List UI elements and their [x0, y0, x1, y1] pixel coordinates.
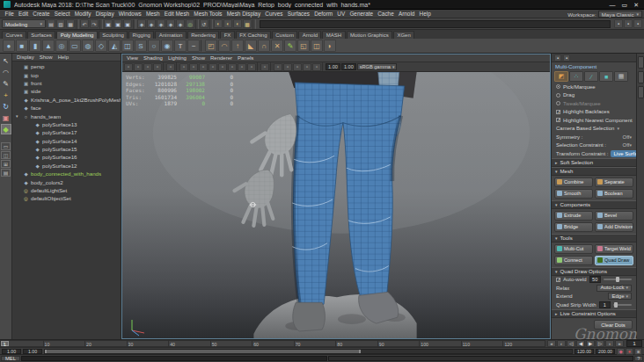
outliner-item[interactable]: body_colors2: [12, 177, 121, 185]
sidebar-toggle-icon[interactable]: [624, 19, 633, 28]
outliner-item[interactable]: side: [12, 87, 121, 95]
outliner-item[interactable]: polySurface15: [12, 145, 121, 153]
shelf-tab[interactable]: Poly Modeling: [56, 31, 97, 39]
playback-button[interactable]: [615, 340, 624, 347]
tool-button[interactable]: [1, 124, 11, 134]
keying-icon[interactable]: [626, 348, 633, 355]
frame-tick[interactable]: 30: [127, 341, 169, 346]
outliner-item[interactable]: defaultLightSet: [12, 186, 121, 194]
shelf-tab[interactable]: Curves: [2, 31, 26, 39]
outliner-item[interactable]: face: [12, 104, 121, 112]
menu-item[interactable]: Mesh Display: [224, 11, 263, 17]
current-frame-field[interactable]: 1: [626, 340, 642, 347]
tool-button[interactable]: [1, 55, 11, 66]
quick-input-field[interactable]: [260, 20, 611, 28]
frame-tick[interactable]: 40: [168, 341, 210, 346]
components-section[interactable]: Components: [552, 200, 636, 209]
exposure-field[interactable]: 1.00: [326, 63, 340, 70]
command-input[interactable]: [21, 356, 327, 361]
viewport-toolbar-icon[interactable]: [179, 63, 188, 71]
status-icon[interactable]: [209, 19, 213, 29]
menu-item[interactable]: Generate: [348, 11, 376, 17]
shelf-icon[interactable]: [161, 40, 173, 52]
status-icon[interactable]: [137, 19, 146, 28]
viewport-toolbar-icon[interactable]: [143, 63, 152, 71]
colorspace-dropdown[interactable]: sRGB gamma: [357, 63, 398, 70]
mesh-button[interactable]: Boolean: [595, 189, 633, 199]
selection-constraint-value[interactable]: Off: [623, 142, 632, 148]
status-icon[interactable]: [200, 19, 209, 28]
viewport-toolbar-icon[interactable]: [322, 62, 325, 71]
shelf-icon[interactable]: [95, 40, 107, 52]
sidebar-toggle-icon[interactable]: [614, 19, 623, 28]
shelf-tab[interactable]: XGen: [393, 31, 414, 39]
shelf-icon[interactable]: [187, 40, 200, 52]
viewport-3d-view[interactable]: [122, 72, 550, 338]
viewport-toolbar-icon[interactable]: [312, 63, 321, 71]
checkbox-icon[interactable]: [556, 118, 560, 122]
tool-button[interactable]: [1, 78, 11, 89]
menu-item[interactable]: Mesh Tools: [192, 11, 224, 17]
tool-button[interactable]: [1, 112, 11, 123]
quad-strip-width-row[interactable]: Quad Strip Width 1: [552, 300, 636, 309]
auto-weld-field[interactable]: 50: [589, 276, 601, 283]
component-mode-icon[interactable]: [584, 71, 598, 82]
status-icon[interactable]: [80, 19, 89, 28]
status-icon[interactable]: [157, 19, 165, 28]
gamma-field[interactable]: 1.00: [341, 63, 356, 70]
expand-arrow-icon[interactable]: [16, 113, 21, 119]
viewport-toolbar-icon[interactable]: [153, 63, 162, 71]
layout-button[interactable]: [1, 169, 11, 177]
keying-icon[interactable]: [617, 348, 625, 355]
shelf-icon[interactable]: [231, 40, 244, 52]
outliner-item[interactable]: hands_team: [12, 112, 121, 119]
shelf-tab[interactable]: Rigging: [128, 31, 154, 39]
status-icon[interactable]: [133, 19, 136, 29]
outliner-item[interactable]: polySurface16: [12, 153, 121, 161]
status-icon[interactable]: [214, 19, 223, 28]
camera-based-selection[interactable]: Camera Based Selection: [552, 125, 636, 134]
playback-start-field[interactable]: 1.00: [23, 349, 42, 354]
quad-strip-width-slider[interactable]: [613, 304, 632, 306]
extend-row[interactable]: Extend Edge: [552, 293, 636, 301]
outliner-item[interactable]: top: [12, 70, 121, 78]
layout-button[interactable]: [1, 142, 11, 150]
shelf-icon[interactable]: [297, 40, 310, 52]
shelf-icon[interactable]: [82, 40, 94, 52]
shelf-tab[interactable]: Rendering: [187, 31, 219, 39]
radio-icon[interactable]: [556, 93, 560, 98]
viewport-toolbar-icon[interactable]: [228, 63, 237, 71]
frame-tick[interactable]: 60: [252, 341, 294, 346]
status-icon[interactable]: [186, 19, 194, 28]
menu-item[interactable]: Arnold: [396, 11, 417, 17]
shelf-tab[interactable]: Arnold: [298, 31, 321, 39]
radio-icon[interactable]: [556, 84, 560, 89]
tool-button[interactable]: Quad Draw: [595, 256, 633, 265]
status-icon[interactable]: [123, 19, 132, 28]
shelf-tab[interactable]: MASH: [322, 31, 345, 39]
component-mode-icon[interactable]: [614, 71, 628, 82]
status-icon[interactable]: [176, 19, 185, 28]
playback-button[interactable]: [605, 340, 614, 347]
playback-button[interactable]: [596, 340, 604, 347]
quad-strip-width-field[interactable]: 1: [599, 301, 611, 308]
status-icon[interactable]: [90, 19, 99, 28]
component-button[interactable]: Extrude: [554, 211, 593, 221]
mesh-button[interactable]: Combine: [554, 177, 593, 187]
shelf-icon[interactable]: [42, 40, 55, 52]
animation-start-field[interactable]: 1.00: [2, 349, 21, 354]
outliner-item[interactable]: body_connected_with_hands: [12, 170, 121, 177]
tool-button[interactable]: [1, 101, 11, 112]
shelf-tab[interactable]: Animation: [155, 31, 186, 39]
animation-end-field[interactable]: 200.00: [596, 349, 615, 354]
status-icon[interactable]: [243, 19, 252, 28]
shelf-tab[interactable]: Sculpting: [99, 31, 128, 39]
time-slider-track[interactable]: 1102030405060708090100110120 1: [0, 340, 545, 347]
soft-selection-section[interactable]: Soft Selection: [552, 158, 636, 167]
outliner-menu-item[interactable]: Display: [17, 54, 34, 60]
component-button[interactable]: Bridge: [554, 222, 593, 232]
workspace-selector[interactable]: Workspace: Maya Classic: [567, 10, 642, 18]
transform-constraint-row[interactable]: Transform Constraint : Live Surface: [552, 149, 636, 158]
playback-end-field[interactable]: 120.00: [574, 349, 594, 354]
outliner-item[interactable]: Krishna_A_pose_1kt2BrushPolyMeshSD: [12, 96, 121, 104]
